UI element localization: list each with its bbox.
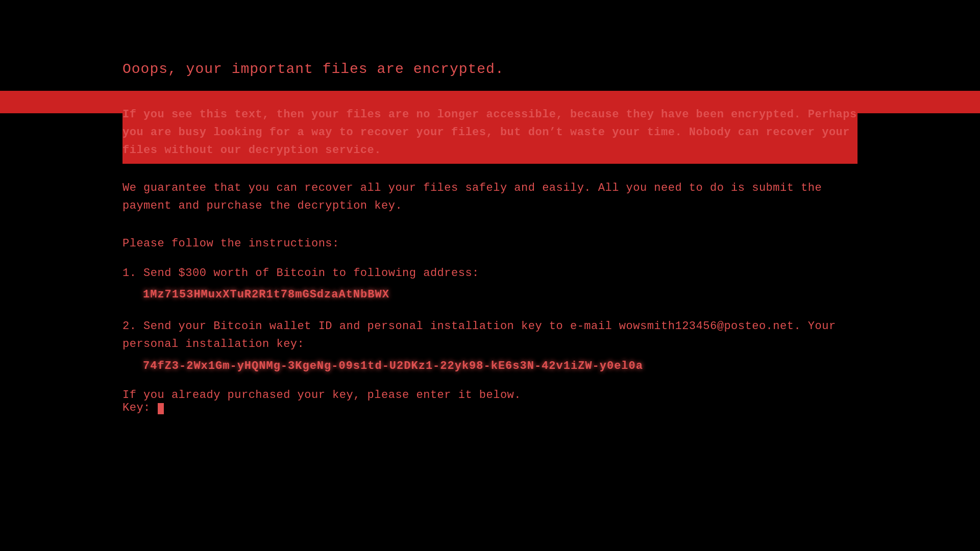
key-entry-section: If you already purchased your key, pleas… [122, 389, 857, 414]
step2-label: 2. Send your Bitcoin wallet ID and perso… [122, 317, 857, 353]
main-title: Ooops, your important files are encrypte… [122, 61, 857, 77]
key-entry-text: If you already purchased your key, pleas… [122, 389, 857, 402]
guarantee-text: We guarantee that you can recover all yo… [122, 179, 857, 215]
step1-label: 1. Send $300 worth of Bitcoin to followi… [122, 264, 857, 282]
encrypted-warning: If you see this text, then your files ar… [122, 102, 857, 164]
key-prompt-label: Key: [122, 402, 158, 414]
key-prompt[interactable]: Key: [122, 402, 857, 414]
ransomware-screen: Ooops, your important files are encrypte… [0, 0, 980, 551]
main-content: Ooops, your important files are encrypte… [122, 61, 857, 414]
install-key: 74fZ3-2Wx1Gm-yHQNMg-3KgeNg-09s1td-U2DKz1… [143, 360, 857, 372]
instruction-header: Please follow the instructions: [122, 237, 857, 250]
bitcoin-address: 1Mz7153HMuxXTuR2R1t78mGSdzaAtNbBWX [143, 288, 857, 301]
step-1: 1. Send $300 worth of Bitcoin to followi… [122, 264, 857, 301]
step-2: 2. Send your Bitcoin wallet ID and perso… [122, 317, 857, 372]
cursor [158, 403, 164, 414]
